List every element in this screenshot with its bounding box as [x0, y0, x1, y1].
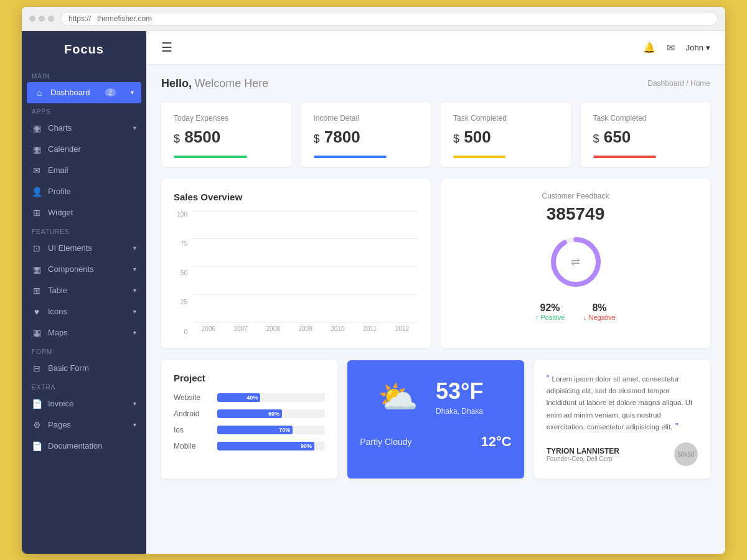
- x-label: 2010: [321, 325, 354, 332]
- sidebar-item-maps[interactable]: ▦ Maps ▾: [22, 322, 146, 343]
- avatar-text: 50x50: [677, 451, 694, 458]
- charts-chevron: ▾: [133, 124, 136, 131]
- sidebar-item-email[interactable]: ✉ Email: [22, 160, 146, 181]
- topbar: ☰ 🔔 ✉ John ▾: [146, 31, 725, 65]
- donut-chart: ⇌: [548, 234, 604, 290]
- sidebar-section-extra: Extra: [22, 379, 146, 393]
- sidebar-item-label: Calender: [48, 144, 81, 154]
- user-chevron: ▾: [706, 43, 710, 52]
- sidebar-item-label: Basic Form: [48, 363, 89, 373]
- sidebar-item-components[interactable]: ▦ Components ▾: [22, 259, 146, 280]
- project-bar-bg: 90%: [217, 442, 325, 450]
- weather-location: Dhaka, Dhaka: [436, 407, 512, 416]
- user-menu[interactable]: John ▾: [686, 43, 710, 52]
- positive-label-text: Positive: [541, 314, 565, 321]
- sidebar: Focus Main ⌂ Dashboard 2 ▾ Apps ▦ Charts…: [22, 31, 146, 554]
- third-row: Project Website 40% Android: [161, 360, 710, 479]
- docs-icon: 📄: [32, 441, 42, 451]
- sidebar-item-label: Charts: [48, 123, 72, 133]
- stat-card-title: Task Completed: [453, 114, 558, 123]
- greeting-hello: Hello,: [161, 77, 192, 90]
- project-bar-fill: 90%: [217, 442, 314, 450]
- weather-info: 53°F Dhaka, Dhaka: [436, 378, 512, 416]
- menu-toggle-button[interactable]: ☰: [161, 40, 172, 55]
- stat-value-text: 650: [604, 128, 631, 146]
- project-bar-text: 70%: [279, 427, 290, 433]
- sidebar-item-label: Invoice: [48, 399, 73, 408]
- stat-value-text: 500: [464, 128, 491, 146]
- mail-icon[interactable]: ✉: [667, 42, 675, 54]
- weather-temp: 53°F: [436, 378, 512, 404]
- notification-icon[interactable]: 🔔: [643, 42, 655, 54]
- project-row-mobile: Mobile 90%: [174, 442, 325, 450]
- url-prefix: https://: [68, 14, 91, 23]
- sidebar-section-apps: Apps: [22, 103, 146, 118]
- sidebar-item-calendar[interactable]: ▦ Calender: [22, 139, 146, 160]
- project-bar-bg: 70%: [217, 426, 325, 434]
- sidebar-item-ui-elements[interactable]: ⊡ UI Elements ▾: [22, 238, 146, 259]
- testimonial-author: TYRION LANNISTER Founder-Ceo, Dell Corp …: [547, 442, 698, 466]
- topbar-right: 🔔 ✉ John ▾: [643, 42, 710, 54]
- project-title: Project: [174, 373, 325, 383]
- sidebar-item-charts[interactable]: ▦ Charts ▾: [22, 118, 146, 139]
- sidebar-item-label: Icons: [48, 307, 67, 316]
- project-bar-text: 90%: [301, 443, 312, 449]
- email-icon: ✉: [32, 166, 42, 175]
- sidebar-item-table[interactable]: ⊞ Table ▾: [22, 280, 146, 301]
- dot-3: [48, 16, 54, 22]
- x-label: 2006: [192, 325, 225, 332]
- sidebar-item-invoice[interactable]: 📄 Invoice ▾: [22, 393, 146, 414]
- sidebar-item-dashboard[interactable]: ⌂ Dashboard 2 ▾: [27, 82, 141, 103]
- up-arrow-icon: ↑: [535, 314, 539, 321]
- page-greeting: Hello, Welcome Here: [161, 77, 268, 90]
- stat-card-title: Task Completed: [593, 114, 698, 123]
- table-chevron: ▾: [133, 287, 136, 294]
- browser-dots: [29, 16, 54, 22]
- sidebar-item-documentation[interactable]: 📄 Documentation: [22, 436, 146, 457]
- project-bar-text: 40%: [247, 394, 258, 401]
- sidebar-item-label: Pages: [48, 420, 71, 429]
- sidebar-item-label: Documentation: [48, 441, 102, 450]
- shuffle-icon: ⇌: [571, 255, 580, 269]
- sidebar-item-basic-form[interactable]: ⊟ Basic Form: [22, 358, 146, 379]
- sidebar-item-profile[interactable]: 👤 Profile: [22, 181, 146, 202]
- project-card: Project Website 40% Android: [161, 360, 337, 479]
- feedback-title: Customer Feedback: [542, 192, 609, 200]
- project-bar-fill: 70%: [217, 426, 293, 434]
- project-row-ios: Ios 70%: [174, 426, 325, 434]
- components-chevron: ▾: [133, 266, 136, 273]
- url-text: themefisher.com: [97, 14, 152, 23]
- x-label: 2008: [257, 325, 289, 332]
- x-label: 2009: [289, 325, 322, 332]
- y-label: 50: [174, 269, 187, 276]
- main-content: ☰ 🔔 ✉ John ▾ Hello, Welcome Here: [146, 31, 725, 554]
- currency-symbol: $: [174, 133, 180, 145]
- charts-row: Sales Overview 100 75 50 25 0: [161, 179, 710, 348]
- sidebar-section-form: Form: [22, 343, 146, 358]
- chart-y-axis: 100 75 50 25 0: [174, 211, 192, 335]
- bars-container: [192, 211, 418, 323]
- feedback-card: Customer Feedback 385749 ⇌ 92%: [441, 179, 710, 348]
- y-label: 0: [174, 329, 187, 335]
- stat-card-value: $ 500: [453, 128, 558, 147]
- sidebar-item-icons[interactable]: ♥ Icons ▾: [22, 301, 146, 322]
- sidebar-section-features: Features: [22, 223, 146, 238]
- sidebar-item-pages[interactable]: ⚙ Pages ▾: [22, 414, 146, 436]
- project-row-website: Website 40%: [174, 393, 325, 402]
- chart-area: 2006 2007 2008 2009 2010 2011 2012: [192, 211, 418, 335]
- weather-condition: Partly Cloudy: [360, 437, 436, 447]
- negative-label: ↓ Negative: [583, 314, 616, 321]
- sidebar-logo: Focus: [22, 31, 146, 68]
- weather-cloud-icon: ⛅: [360, 378, 436, 416]
- project-bar-fill: 60%: [217, 409, 282, 418]
- sidebar-item-widget[interactable]: ⊞ Widget: [22, 202, 146, 223]
- project-row-android: Android 60%: [174, 409, 325, 418]
- y-label: 25: [174, 299, 187, 306]
- currency-symbol: $: [314, 133, 320, 145]
- author-avatar: 50x50: [674, 442, 698, 466]
- stat-card-value: $ 650: [593, 128, 698, 147]
- feedback-number: 385749: [547, 204, 604, 224]
- table-icon: ⊞: [32, 286, 42, 296]
- user-name: John: [686, 43, 703, 52]
- negative-pct: 8%: [583, 302, 616, 314]
